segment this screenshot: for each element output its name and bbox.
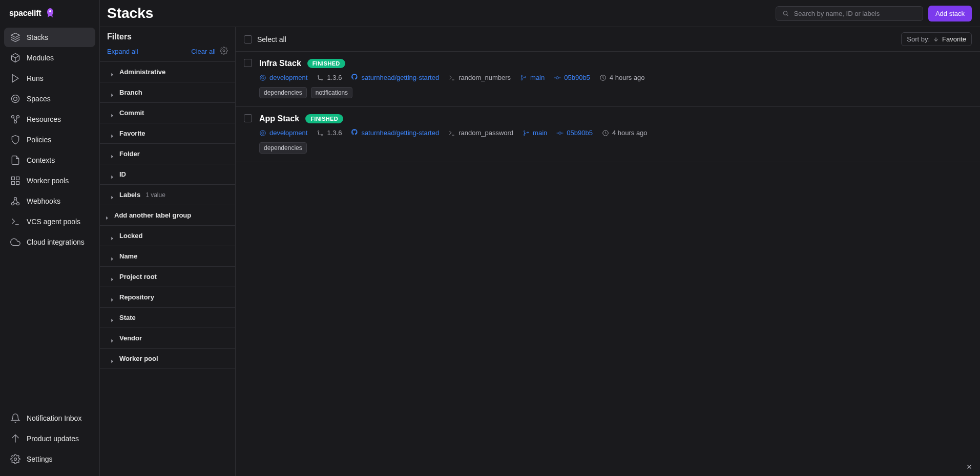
svg-point-41 — [262, 132, 264, 134]
filter-row-folder[interactable]: Folder — [100, 144, 235, 164]
repo-link[interactable]: saturnhead/getting-started — [351, 73, 439, 82]
filter-label: Commit — [119, 109, 144, 117]
filter-badge: 1 value — [145, 191, 165, 199]
clear-all-link[interactable]: Clear all — [191, 48, 216, 55]
nav-item-runs[interactable]: Runs — [4, 69, 95, 88]
svg-point-16 — [17, 203, 19, 205]
nav-item-product-updates[interactable]: Product updates — [4, 429, 95, 448]
sort-dropdown[interactable]: Sort by: Favorite — [901, 32, 972, 46]
notification-inbox-icon — [10, 413, 20, 423]
filter-row-repository[interactable]: Repository — [100, 287, 235, 308]
commit-link[interactable]: 05b90b5 — [554, 74, 590, 81]
stack-name[interactable]: Infra Stack — [259, 59, 301, 68]
nav-item-webhooks[interactable]: Webhooks — [4, 191, 95, 211]
stack-tag[interactable]: notifications — [311, 87, 352, 98]
sort-value: Favorite — [942, 35, 966, 43]
webhooks-icon — [10, 196, 20, 206]
nav-item-worker-pools[interactable]: Worker pools — [4, 171, 95, 190]
nav-item-modules[interactable]: Modules — [4, 48, 95, 68]
chevron-right-icon — [110, 111, 114, 115]
stack-tag[interactable]: dependencies — [259, 142, 307, 154]
contexts-icon — [10, 155, 20, 165]
nav-item-cloud-integrations[interactable]: Cloud integrations — [4, 232, 95, 252]
filter-label: Labels — [119, 191, 140, 199]
filter-row-project-root[interactable]: Project root — [100, 267, 235, 287]
filter-row-favorite[interactable]: Favorite — [100, 123, 235, 144]
filter-row-commit[interactable]: Commit — [100, 103, 235, 123]
branch-link[interactable]: main — [523, 129, 547, 137]
filter-row-labels[interactable]: Labels1 value — [100, 185, 235, 205]
nav-item-stacks[interactable]: Stacks — [4, 28, 95, 47]
svg-line-19 — [16, 200, 18, 203]
filter-row-state[interactable]: State — [100, 308, 235, 328]
nav-item-label: Modules — [27, 54, 54, 62]
filter-row-id[interactable]: ID — [100, 164, 235, 185]
filter-row-add-label-group[interactable]: Add another label group — [100, 205, 235, 226]
chevron-right-icon — [110, 91, 114, 95]
nav-item-policies[interactable]: Policies — [4, 130, 95, 149]
search-input-wrap[interactable] — [776, 6, 923, 21]
commit-link[interactable]: 05b90b5 — [556, 129, 593, 137]
filter-label: Favorite — [119, 129, 145, 137]
svg-line-9 — [14, 118, 15, 121]
svg-point-4 — [12, 95, 19, 103]
topbar: Stacks Add stack — [100, 0, 980, 27]
svg-point-5 — [14, 97, 17, 101]
search-input[interactable] — [794, 10, 916, 17]
stack-list-content: Select all Sort by: Favorite Infra Stack… — [236, 27, 980, 476]
svg-rect-13 — [16, 182, 19, 185]
filter-row-vendor[interactable]: Vendor — [100, 328, 235, 349]
chevron-right-icon — [110, 193, 114, 197]
nav-item-label: VCS agent pools — [27, 218, 80, 226]
space-link[interactable]: development — [259, 74, 307, 81]
svg-point-25 — [223, 50, 225, 52]
nav-item-settings[interactable]: Settings — [4, 449, 95, 469]
svg-line-18 — [13, 200, 14, 203]
product-updates-icon — [10, 434, 20, 444]
chevron-right-icon — [110, 70, 114, 74]
add-stack-button[interactable]: Add stack — [928, 6, 972, 21]
workflow-name: random_numbers — [448, 74, 511, 81]
sidebar: spacelift StacksModulesRunsSpacesResourc… — [0, 0, 100, 476]
stack-tag[interactable]: dependencies — [259, 87, 307, 98]
space-link[interactable]: development — [259, 129, 307, 137]
repo-link[interactable]: saturnhead/getting-started — [351, 128, 439, 137]
nav-item-vcs-agent-pools[interactable]: VCS agent pools — [4, 212, 95, 231]
branch-link[interactable]: main — [520, 74, 545, 81]
close-icon[interactable] — [966, 463, 973, 472]
select-all-checkbox[interactable] — [244, 35, 252, 44]
filter-label: Administrative — [119, 68, 165, 76]
nav-bottom: Notification InboxProduct updatesSetting… — [0, 408, 99, 476]
workflow-name: random_password — [448, 129, 513, 137]
svg-point-30 — [322, 79, 323, 80]
filter-label: ID — [119, 170, 126, 178]
nav-item-label: Worker pools — [27, 177, 69, 185]
svg-point-36 — [556, 76, 559, 79]
filter-settings-icon[interactable] — [220, 47, 228, 56]
nav-item-contexts[interactable]: Contexts — [4, 150, 95, 170]
nav-item-label: Stacks — [27, 33, 48, 41]
nav-item-resources[interactable]: Resources — [4, 110, 95, 129]
stack-checkbox[interactable] — [244, 59, 252, 67]
sort-direction-icon — [933, 36, 939, 42]
worker-pools-icon — [10, 176, 20, 186]
stack-checkbox[interactable] — [244, 114, 252, 122]
filter-row-worker-pool[interactable]: Worker pool — [100, 349, 235, 369]
filter-row-branch[interactable]: Branch — [100, 82, 235, 103]
filter-row-administrative[interactable]: Administrative — [100, 62, 235, 82]
expand-all-link[interactable]: Expand all — [107, 48, 138, 55]
stack-name[interactable]: App Stack — [259, 114, 299, 123]
svg-point-34 — [525, 76, 526, 77]
svg-point-15 — [12, 203, 14, 205]
status-badge: FINISHED — [305, 114, 343, 123]
svg-point-17 — [14, 198, 17, 200]
filter-row-name[interactable]: Name — [100, 246, 235, 267]
nav-item-label: Resources — [27, 115, 61, 123]
filter-row-locked[interactable]: Locked — [100, 226, 235, 246]
svg-marker-3 — [12, 75, 18, 82]
nav-item-spaces[interactable]: Spaces — [4, 89, 95, 109]
svg-point-22 — [14, 458, 17, 461]
list-controls: Select all Sort by: Favorite — [236, 27, 980, 52]
spaces-icon — [10, 94, 20, 104]
nav-item-notification-inbox[interactable]: Notification Inbox — [4, 408, 95, 428]
